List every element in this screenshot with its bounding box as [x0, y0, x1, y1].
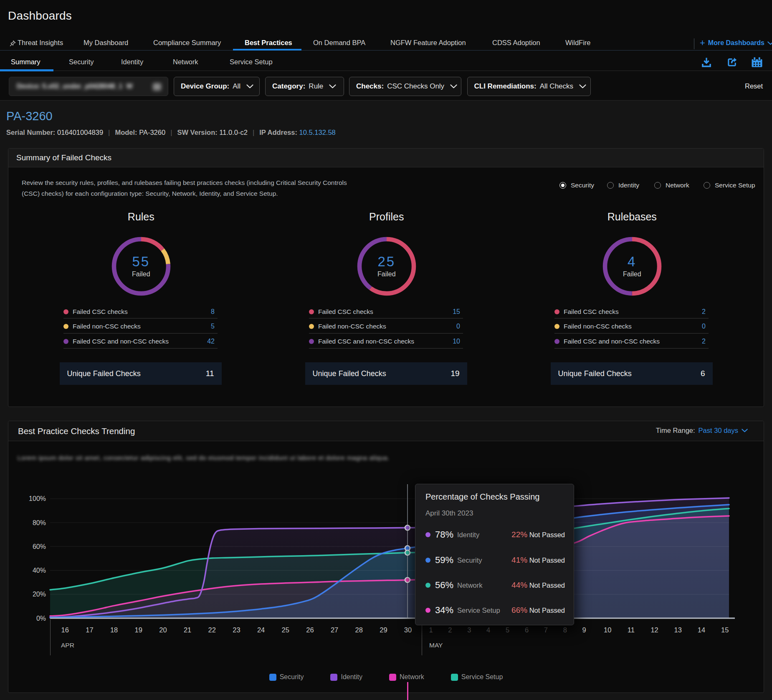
- svg-text:40%: 40%: [33, 567, 46, 574]
- svg-text:100%: 100%: [29, 495, 46, 502]
- svg-text:APR: APR: [61, 642, 74, 649]
- svg-text:30: 30: [404, 626, 412, 634]
- svg-text:12: 12: [651, 626, 658, 634]
- svg-text:14: 14: [698, 626, 705, 634]
- svg-text:29: 29: [380, 626, 387, 634]
- svg-text:1: 1: [429, 626, 433, 634]
- svg-text:23: 23: [233, 626, 240, 634]
- svg-text:25: 25: [282, 626, 289, 634]
- svg-text:10: 10: [604, 626, 611, 634]
- svg-text:18: 18: [110, 626, 118, 634]
- svg-text:28: 28: [355, 626, 363, 634]
- svg-text:6: 6: [525, 626, 529, 634]
- svg-text:17: 17: [86, 626, 93, 634]
- svg-text:22: 22: [208, 626, 216, 634]
- svg-text:15: 15: [721, 626, 729, 634]
- svg-text:24: 24: [257, 626, 265, 634]
- svg-text:13: 13: [674, 626, 682, 634]
- svg-text:80%: 80%: [33, 519, 46, 526]
- svg-text:16: 16: [61, 626, 69, 634]
- svg-text:7: 7: [544, 626, 548, 634]
- svg-text:20%: 20%: [33, 591, 46, 598]
- svg-text:27: 27: [331, 626, 338, 634]
- svg-text:20: 20: [159, 626, 167, 634]
- svg-text:8: 8: [563, 626, 567, 634]
- svg-text:2: 2: [448, 626, 452, 634]
- svg-text:MAY: MAY: [429, 642, 443, 649]
- svg-text:26: 26: [306, 626, 314, 634]
- svg-text:5: 5: [506, 626, 509, 634]
- svg-text:21: 21: [184, 626, 191, 634]
- svg-text:3: 3: [467, 626, 471, 634]
- svg-text:11: 11: [628, 626, 635, 634]
- svg-text:60%: 60%: [33, 543, 46, 550]
- svg-text:4: 4: [486, 626, 490, 634]
- svg-text:9: 9: [582, 626, 586, 634]
- svg-text:19: 19: [135, 626, 142, 634]
- svg-text:0%: 0%: [36, 615, 46, 622]
